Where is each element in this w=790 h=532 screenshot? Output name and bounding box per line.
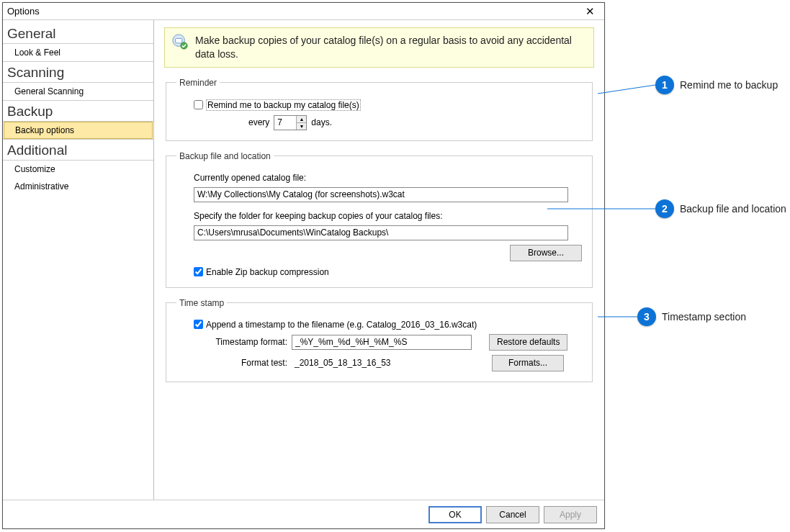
timestamp-group: Time stamp Append a timestamp to the fil… (166, 298, 593, 382)
cancel-button[interactable]: Cancel (486, 506, 539, 523)
append-timestamp-checkbox[interactable] (194, 320, 203, 329)
every-label: every (248, 117, 269, 127)
zip-checkbox-text: Enable Zip backup compression (206, 267, 329, 277)
sidebar-item-backup-options[interactable]: Backup options (4, 122, 153, 139)
svg-rect-1 (176, 38, 182, 42)
append-timestamp-text: Append a timestamp to the filename (e.g.… (206, 320, 477, 330)
backup-folder-input[interactable] (194, 225, 568, 240)
restore-defaults-button[interactable]: Restore defaults (489, 334, 567, 351)
timestamp-format-label: Timestamp format: (194, 337, 287, 347)
apply-button[interactable]: Apply (544, 506, 597, 523)
location-group: Backup file and location Currently opene… (166, 151, 593, 288)
sidebar-category-backup[interactable]: Backup (3, 100, 153, 122)
sidebar-category-general[interactable]: General (3, 23, 153, 44)
remind-checkbox-text: Remind me to backup my catalog file(s) (206, 99, 361, 111)
zip-checkbox[interactable] (194, 267, 203, 276)
backup-icon (172, 34, 188, 50)
callout-3-text: Timestamp section (662, 311, 746, 323)
append-timestamp-label[interactable]: Append a timestamp to the filename (e.g.… (194, 320, 477, 330)
location-legend: Backup file and location (176, 151, 274, 161)
callout-2-text: Backup file and location (680, 203, 786, 215)
callout-2: 2 Backup file and location (655, 199, 786, 218)
reminder-group: Reminder Remind me to backup my catalog … (166, 78, 593, 141)
sidebar: General Look & Feel Scanning General Sca… (3, 20, 154, 500)
browse-button[interactable]: Browse... (510, 245, 582, 261)
timestamp-format-input[interactable] (292, 335, 472, 350)
callout-3-number: 3 (637, 307, 656, 326)
reminder-legend: Reminder (176, 78, 220, 88)
sidebar-item-administrative[interactable]: Administrative (3, 178, 153, 195)
callout-1: 1 Remind me to backup (655, 76, 778, 94)
sidebar-category-additional[interactable]: Additional (3, 139, 153, 161)
sidebar-item-look-and-feel[interactable]: Look & Feel (3, 44, 153, 61)
days-label: days. (311, 117, 332, 127)
current-catalog-label: Currently opened catalog file: (194, 173, 306, 183)
callout-1-text: Remind me to backup (680, 79, 778, 91)
close-icon[interactable]: ✕ (580, 5, 600, 18)
formats-button[interactable]: Formats... (492, 355, 564, 371)
titlebar: Options ✕ (3, 3, 604, 20)
info-banner: Make backup copies of your catalog file(… (164, 27, 594, 68)
backup-folder-label: Specify the folder for keeping backup co… (194, 211, 443, 221)
days-input[interactable] (274, 116, 296, 130)
sidebar-item-customize[interactable]: Customize (3, 161, 153, 178)
zip-checkbox-label[interactable]: Enable Zip backup compression (194, 267, 329, 277)
dialog-footer: OK Cancel Apply (3, 500, 604, 528)
svg-line-3 (598, 85, 655, 94)
dialog-body: General Look & Feel Scanning General Sca… (3, 20, 604, 500)
format-test-value: _2018_05_18_13_16_53 (292, 358, 475, 368)
ok-button[interactable]: OK (428, 506, 482, 523)
spinner-up-icon[interactable]: ▲ (297, 116, 306, 123)
callout-3: 3 Timestamp section (637, 307, 746, 326)
days-spinner[interactable]: ▲ ▼ (274, 115, 307, 130)
remind-checkbox[interactable] (194, 100, 203, 109)
sidebar-item-general-scanning[interactable]: General Scanning (3, 83, 153, 100)
options-dialog: Options ✕ General Look & Feel Scanning G… (2, 2, 605, 529)
sidebar-category-scanning[interactable]: Scanning (3, 61, 153, 83)
window-title: Options (7, 6, 40, 17)
main-panel: Make backup copies of your catalog file(… (154, 20, 604, 500)
remind-checkbox-label[interactable]: Remind me to backup my catalog file(s) (194, 99, 361, 111)
format-test-label: Format test: (194, 358, 287, 368)
callout-2-number: 2 (655, 199, 674, 218)
current-catalog-input[interactable] (194, 187, 568, 202)
spinner-down-icon[interactable]: ▼ (297, 123, 306, 130)
banner-text: Make backup copies of your catalog file(… (195, 34, 586, 61)
callout-1-number: 1 (655, 76, 674, 94)
timestamp-legend: Time stamp (176, 298, 227, 308)
